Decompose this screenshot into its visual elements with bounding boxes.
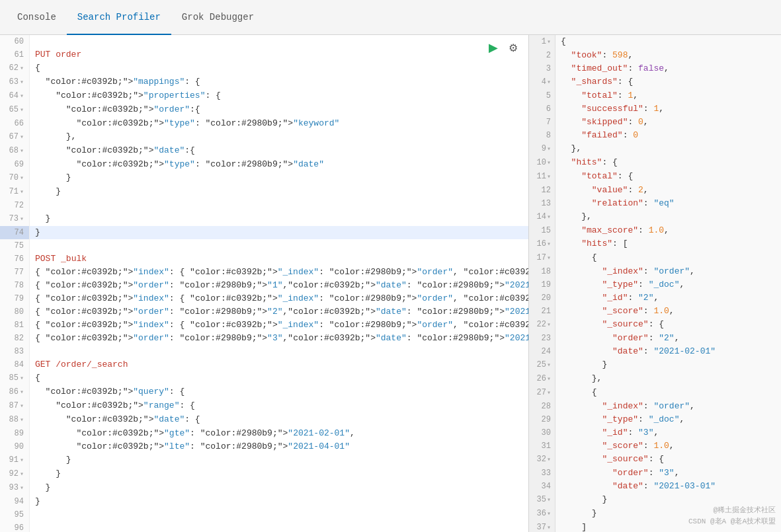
output-line-number: 32 [529, 453, 555, 467]
line-content: { "color:#c0392b;">"index": { "color:#c0… [30, 319, 528, 332]
output-line: 21 "_score": 1.0, [529, 305, 781, 318]
output-line-number: 26 [529, 372, 555, 386]
code-line: 85{ [0, 371, 528, 385]
line-content: { [30, 371, 528, 385]
line-content [30, 239, 528, 252]
editor-content[interactable]: 6061PUT order62{63 "color:#c0392b;">"map… [0, 35, 528, 532]
line-number: 81 [0, 319, 30, 332]
line-number: 85 [0, 371, 30, 385]
output-line: 2 "took": 598, [529, 49, 781, 62]
output-lines: 1{2 "took": 598,3 "timed_out": false,4 "… [529, 35, 781, 532]
code-line: 84GET /order/_search [0, 358, 528, 371]
code-line: 78{ "color:#c0392b;">"order": "color:#29… [0, 279, 528, 292]
output-line-number: 12 [529, 184, 555, 197]
line-content: } [30, 495, 528, 508]
output-line-content: "_shards": { [555, 75, 781, 89]
line-content: } [30, 481, 528, 495]
output-line-content: "hits": { [555, 156, 781, 170]
code-line: 94} [0, 495, 528, 508]
output-line-number: 29 [529, 413, 555, 426]
line-number: 69 [0, 158, 30, 171]
code-line: 73 } [0, 212, 528, 226]
output-line-number: 4 [529, 75, 555, 89]
output-line-content: "_source": { [555, 453, 781, 467]
line-number: 89 [0, 427, 30, 440]
output-line: 22 "_source": { [529, 318, 781, 332]
line-number: 92 [0, 467, 30, 481]
code-line: 91 } [0, 453, 528, 467]
tab-bar: Console Search Profiler Grok Debugger [0, 0, 781, 35]
code-line: 71 } [0, 185, 528, 199]
tab-console[interactable]: Console [7, 0, 67, 35]
output-line-content: "_score": 1.0, [555, 439, 781, 453]
line-content: "color:#c0392b;">"gte": "color:#2980b9;"… [30, 427, 528, 440]
tab-grok-debugger[interactable]: Grok Debugger [171, 0, 265, 35]
output-line: 19 "_type": "_doc", [529, 278, 781, 291]
settings-button[interactable]: ⚙ [506, 39, 520, 56]
code-line: 61PUT order [0, 48, 528, 61]
output-line-number: 31 [529, 439, 555, 453]
output-line: 27 { [529, 386, 781, 400]
output-line-content: "_type": "_doc", [555, 278, 781, 291]
code-line: 80{ "color:#c0392b;">"order": "color:#29… [0, 305, 528, 319]
code-line: 70 } [0, 171, 528, 185]
line-content: "color:#c0392b;">"date":{ [30, 144, 528, 158]
tab-search-profiler[interactable]: Search Profiler [67, 0, 171, 35]
output-line-number: 6 [529, 102, 555, 116]
output-line-number: 37 [529, 521, 555, 532]
output-line-content: "total": { [555, 170, 781, 184]
output-line: 3 "timed_out": false, [529, 62, 781, 75]
line-number: 62 [0, 61, 30, 75]
output-line: 34 "date": "2021-03-01" [529, 480, 781, 493]
output-line: 24 "date": "2021-02-01" [529, 345, 781, 358]
output-line-number: 36 [529, 507, 555, 521]
output-line-content: "max_score": 1.0, [555, 224, 781, 237]
line-content: } [30, 467, 528, 481]
output-line-content: "_id": "3", [555, 426, 781, 439]
line-number: 95 [0, 508, 30, 521]
line-number: 60 [0, 35, 30, 48]
line-number: 80 [0, 305, 30, 319]
output-line-number: 24 [529, 345, 555, 358]
output-line-number: 33 [529, 467, 555, 480]
output-line-number: 1 [529, 35, 555, 49]
line-number: 83 [0, 345, 30, 358]
line-content: }, [30, 130, 528, 144]
output-line-number: 16 [529, 237, 555, 251]
line-number: 63 [0, 75, 30, 89]
output-line-number: 30 [529, 426, 555, 439]
line-number: 70 [0, 171, 30, 185]
output-line: 30 "_id": "3", [529, 426, 781, 439]
line-number: 75 [0, 239, 30, 252]
line-content: { "color:#c0392b;">"order": "color:#2980… [30, 332, 528, 345]
code-lines: 6061PUT order62{63 "color:#c0392b;">"map… [0, 35, 528, 532]
code-line: 76POST _bulk [0, 252, 528, 266]
code-line: 83 [0, 345, 528, 358]
output-panel[interactable]: 1{2 "took": 598,3 "timed_out": false,4 "… [529, 35, 781, 532]
output-line: 16 "hits": [ [529, 237, 781, 251]
code-line: 63 "color:#c0392b;">"mappings": { [0, 75, 528, 89]
line-content [30, 199, 528, 212]
output-line-number: 11 [529, 170, 555, 184]
line-content: } [30, 226, 528, 239]
output-line: 28 "_index": "order", [529, 400, 781, 413]
output-line-number: 2 [529, 49, 555, 62]
line-number: 77 [0, 266, 30, 279]
line-number: 64 [0, 89, 30, 103]
line-number: 73 [0, 212, 30, 226]
line-number: 67 [0, 130, 30, 144]
output-line: 37 ] [529, 521, 781, 532]
line-content: } [30, 453, 528, 467]
output-line-content: "timed_out": false, [555, 62, 781, 75]
output-line-content: "order": "3", [555, 467, 781, 480]
output-line-content: } [555, 358, 781, 372]
output-line-number: 23 [529, 332, 555, 345]
line-number: 87 [0, 399, 30, 413]
line-content: "color:#c0392b;">"type": "color:#2980b9;… [30, 117, 528, 130]
output-line-number: 7 [529, 116, 555, 129]
code-line: 92 } [0, 467, 528, 481]
line-content: } [30, 171, 528, 185]
run-button[interactable]: ▶ [486, 39, 501, 56]
output-line: 25 } [529, 358, 781, 372]
output-line-content: { [555, 251, 781, 265]
